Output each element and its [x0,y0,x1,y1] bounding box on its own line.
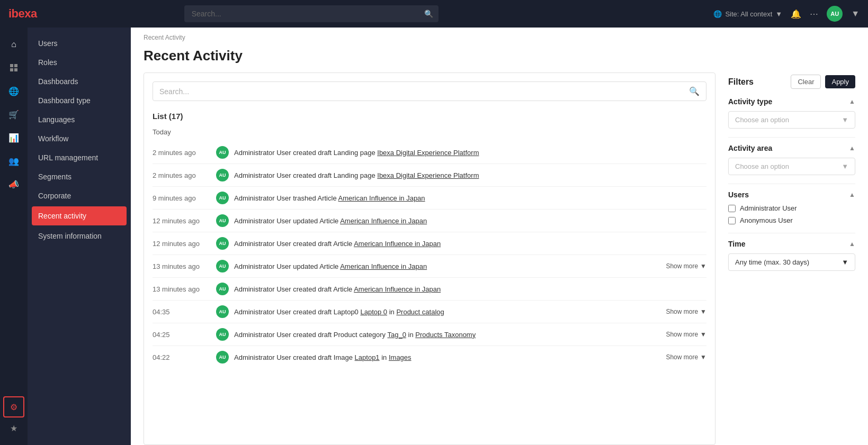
filters-panel: Filters Clear Apply Activity type ▲ Choo… [728,72,855,445]
chevron-down-icon: ▼ [700,353,706,361]
activity-row: 9 minutes agoAUAdministrator User trashe… [153,187,706,210]
sidebar-item-url-management[interactable]: URL management [28,148,131,167]
sidebar-icon-settings[interactable]: ⚙ [3,396,24,417]
activity-list: 2 minutes agoAUAdministrator User create… [153,141,706,368]
sidebar-item-dashboards[interactable]: Dashboards [28,72,131,91]
user-avatar: AU [216,169,229,181]
sidebar-item-workflow[interactable]: Workflow [28,129,131,148]
checkbox-admin-user[interactable] [728,205,736,212]
activity-link[interactable]: Tag_0 [388,331,406,339]
day-label: Today [153,128,706,136]
activity-link[interactable]: American Influence in Japan [340,262,427,270]
activity-description: Administrator User created draft Landing… [234,171,706,179]
activity-search-row[interactable]: 🔍 [153,81,706,101]
sidebar-item-corporate[interactable]: Corporate [28,186,131,205]
sidebar-icon-grid[interactable] [3,57,24,78]
sidebar-icon-megaphone[interactable]: 📣 [3,174,24,195]
user-avatar: AU [216,146,229,159]
activity-description: Administrator User updated Article Ameri… [234,262,660,270]
checkbox-anon-user-label: Anonymous User [740,216,793,224]
activity-link[interactable]: Ibexa Digital Experience Platform [377,171,479,179]
sidebar-item-roles[interactable]: Roles [28,53,131,72]
activity-search-icon: 🔍 [689,86,700,96]
apply-button[interactable]: Apply [825,75,855,88]
user-menu-chevron-icon[interactable]: ▼ [851,9,860,19]
activity-time: 2 minutes ago [153,171,211,179]
activity-row: 04:35AUAdministrator User created draft … [153,301,706,323]
sidebar-item-system-information[interactable]: System information [28,226,131,246]
sidebar-icon-users[interactable]: 👥 [3,150,24,171]
activity-link2[interactable]: Products Taxonomy [415,331,476,339]
activity-description: Administrator User updated Article Ameri… [234,217,706,225]
activity-time: 13 minutes ago [153,262,211,270]
activity-area-chevron-icon: ▼ [842,162,848,170]
filter-section-activity-type-header[interactable]: Activity type ▲ [728,97,855,106]
sidebar-icon-globe[interactable]: 🌐 [3,80,24,102]
show-more-button[interactable]: Show more ▼ [666,353,706,361]
activity-area-select[interactable]: Choose an option ▼ [728,158,855,175]
activity-panel: 🔍 List (17) Today 2 minutes agoAUAdminis… [144,72,715,445]
filters-header: Filters Clear Apply [728,72,855,89]
logo-text: ibexa [8,7,37,21]
icon-sidebar: ⌂ 🌐 🛒 📊 👥 📣 ⚙ ★ [0,28,28,445]
activity-search-input[interactable] [159,87,685,96]
filter-activity-area-label: Activity area [728,144,772,152]
main-layout: ⌂ 🌐 🛒 📊 👥 📣 ⚙ ★ UsersRolesDashboardsDash… [0,28,868,445]
filter-activity-type-label: Activity type [728,97,772,106]
bell-icon[interactable]: 🔔 [791,9,801,19]
site-context-selector[interactable]: 🌐 Site: All context ▼ [713,10,782,18]
show-more-button[interactable]: Show more ▼ [666,331,706,338]
activity-link[interactable]: American Influence in Japan [338,194,425,202]
activity-link[interactable]: Laptop 0 [360,308,387,316]
activity-time: 04:22 [153,353,211,361]
sidebar-icon-star[interactable]: ★ [3,417,24,439]
sidebar-icon-home[interactable]: ⌂ [3,34,24,55]
activity-row: 13 minutes agoAUAdministrator User creat… [153,278,706,301]
activity-link2[interactable]: Product catalog [396,308,444,316]
clear-button[interactable]: Clear [791,75,821,89]
apps-grid-icon[interactable]: ⋯ [810,9,818,19]
activity-description: Administrator User created draft Article… [234,240,706,248]
activity-link[interactable]: Laptop1 [355,353,380,361]
chevron-up-icon: ▲ [849,98,855,105]
activity-type-select[interactable]: Choose an option ▼ [728,111,855,129]
avatar-initials: AU [830,11,839,17]
breadcrumb: Recent Activity [131,28,868,44]
filter-section-users-header[interactable]: Users ▲ [728,190,855,199]
sidebar-item-languages[interactable]: Languages [28,110,131,129]
sidebar-icon-analytics[interactable]: 📊 [3,127,24,148]
filter-section-activity-area-header[interactable]: Activity area ▲ [728,144,855,152]
filter-section-time: Time ▲ Any time (max. 30 days) ▼ [728,240,855,271]
activity-link[interactable]: American Influence in Japan [354,240,441,248]
activity-link[interactable]: American Influence in Japan [354,285,441,293]
chevron-down-icon: ▼ [775,10,782,18]
global-search-input[interactable] [184,5,439,22]
global-search-bar[interactable]: 🔍 [184,5,439,22]
chevron-up-icon-3: ▲ [849,191,855,198]
activity-link[interactable]: Ibexa Digital Experience Platform [377,149,479,157]
sidebar-item-segments[interactable]: Segments [28,167,131,186]
filters-title: Filters [728,77,754,87]
checkbox-anon-user[interactable] [728,217,736,224]
sidebar-item-dashboard-type[interactable]: Dashboard type [28,91,131,110]
sidebar-item-recent-activity[interactable]: Recent activity [32,206,127,225]
time-select[interactable]: Any time (max. 30 days) ▼ [728,253,855,271]
show-more-button[interactable]: Show more ▼ [666,262,706,270]
user-avatar: AU [216,305,229,318]
search-icon: 🔍 [424,10,433,18]
sidebar-item-users[interactable]: Users [28,34,131,53]
content-inner: 🔍 List (17) Today 2 minutes agoAUAdminis… [131,72,868,445]
activity-row: 04:25AUAdministrator User created draft … [153,323,706,346]
activity-link2[interactable]: Images [389,353,411,361]
show-more-button[interactable]: Show more ▼ [666,308,706,315]
filter-section-time-header[interactable]: Time ▲ [728,240,855,248]
avatar[interactable]: AU [827,6,843,22]
sidebar-icon-store[interactable]: 🛒 [3,104,24,125]
activity-link[interactable]: American Influence in Japan [340,217,427,225]
content-area: Recent Activity Recent Activity 🔍 List (… [131,28,868,445]
activity-description: Administrator User created draft Laptop0… [234,308,660,316]
svg-rect-2 [10,68,13,71]
logo: ibexa [8,7,37,21]
activity-description: Administrator User created draft Landing… [234,149,706,157]
activity-time: 12 minutes ago [153,217,211,225]
